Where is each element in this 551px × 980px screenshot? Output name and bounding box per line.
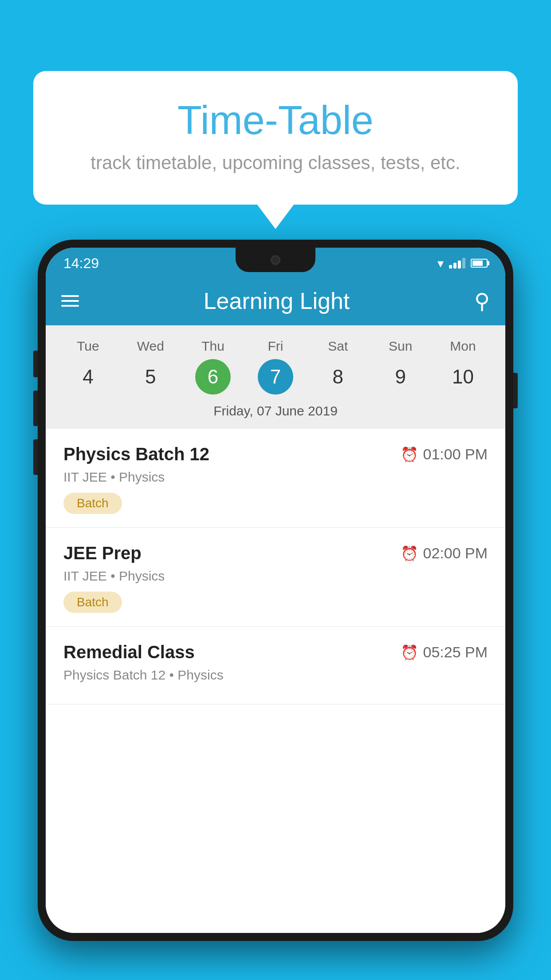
phone-outer: 14:29 ▾	[38, 240, 513, 941]
clock-icon: ⏰	[401, 644, 418, 661]
app-bar: Learning Light ⚲	[46, 277, 505, 325]
day-name: Mon	[450, 339, 476, 354]
schedule-item-time: ⏰ 01:00 PM	[401, 446, 488, 463]
schedule-item-sub: Physics Batch 12 • Physics	[63, 668, 488, 683]
schedule-item-title: Remedial Class	[63, 642, 195, 662]
silent-button	[33, 439, 38, 475]
power-button	[513, 373, 518, 408]
clock-icon: ⏰	[401, 545, 418, 562]
batch-tag: Batch	[63, 592, 122, 613]
battery-fill	[472, 261, 483, 266]
clock-icon: ⏰	[401, 446, 418, 463]
phone-notch	[236, 248, 315, 272]
schedule-item-header: JEE Prep ⏰ 02:00 PM	[63, 543, 488, 563]
day-col[interactable]: Tue4	[59, 339, 117, 395]
speech-bubble-subtitle: track timetable, upcoming classes, tests…	[55, 152, 496, 174]
signal-icon	[449, 258, 465, 269]
day-name: Sun	[389, 339, 412, 354]
day-col[interactable]: Fri7	[247, 339, 304, 395]
schedule-item-header: Physics Batch 12 ⏰ 01:00 PM	[63, 444, 488, 464]
day-number: 7	[258, 359, 293, 395]
volume-up-button	[33, 351, 38, 377]
phone-screen: 14:29 ▾	[46, 248, 505, 933]
day-name: Fri	[268, 339, 283, 354]
day-name: Thu	[201, 339, 224, 354]
schedule-item[interactable]: Remedial Class ⏰ 05:25 PM Physics Batch …	[46, 627, 505, 704]
day-col[interactable]: Sun9	[372, 339, 429, 395]
day-number: 10	[445, 359, 480, 395]
schedule-item[interactable]: JEE Prep ⏰ 02:00 PM IIT JEE • Physics Ba…	[46, 528, 505, 627]
day-number: 8	[320, 359, 356, 395]
day-col[interactable]: Wed5	[122, 339, 179, 395]
app-title: Learning Light	[92, 288, 461, 314]
battery-icon	[471, 259, 488, 268]
days-row: Tue4Wed5Thu6Fri7Sat8Sun9Mon10	[46, 334, 505, 399]
schedule-item-time-value: 02:00 PM	[423, 545, 488, 562]
schedule-item-header: Remedial Class ⏰ 05:25 PM	[63, 642, 488, 662]
day-number: 4	[70, 359, 106, 395]
batch-tag: Batch	[63, 493, 122, 514]
schedule-item-time-value: 01:00 PM	[423, 446, 488, 463]
schedule-item-time: ⏰ 05:25 PM	[401, 644, 488, 661]
speech-bubble-title: Time-Table	[55, 98, 496, 143]
speech-bubble: Time-Table track timetable, upcoming cla…	[33, 71, 518, 205]
schedule-item-time-value: 05:25 PM	[423, 644, 488, 661]
day-number: 9	[383, 359, 418, 395]
search-icon[interactable]: ⚲	[474, 288, 490, 313]
schedule-item-title: Physics Batch 12	[63, 444, 209, 464]
status-time: 14:29	[63, 255, 99, 272]
schedule-item-sub: IIT JEE • Physics	[63, 470, 488, 485]
day-name: Tue	[77, 339, 99, 354]
day-number: 6	[195, 359, 231, 395]
schedule-item[interactable]: Physics Batch 12 ⏰ 01:00 PM IIT JEE • Ph…	[46, 429, 505, 528]
day-number: 5	[133, 359, 168, 395]
day-name: Sat	[328, 339, 348, 354]
day-col[interactable]: Mon10	[434, 339, 492, 395]
day-col[interactable]: Sat8	[309, 339, 367, 395]
status-icons: ▾	[437, 256, 488, 271]
day-col[interactable]: Thu6	[184, 339, 242, 395]
volume-down-button	[33, 391, 38, 426]
wifi-icon: ▾	[437, 256, 444, 271]
calendar-section: Tue4Wed5Thu6Fri7Sat8Sun9Mon10 Friday, 07…	[46, 325, 505, 429]
day-name: Wed	[137, 339, 164, 354]
phone-wrapper: 14:29 ▾	[38, 240, 513, 980]
selected-date-label: Friday, 07 June 2019	[46, 399, 505, 427]
schedule-item-time: ⏰ 02:00 PM	[401, 545, 488, 562]
schedule-item-sub: IIT JEE • Physics	[63, 569, 488, 584]
schedule-list: Physics Batch 12 ⏰ 01:00 PM IIT JEE • Ph…	[46, 429, 505, 933]
schedule-item-title: JEE Prep	[63, 543, 142, 563]
hamburger-menu-icon[interactable]	[61, 295, 79, 307]
phone-camera	[271, 255, 280, 265]
